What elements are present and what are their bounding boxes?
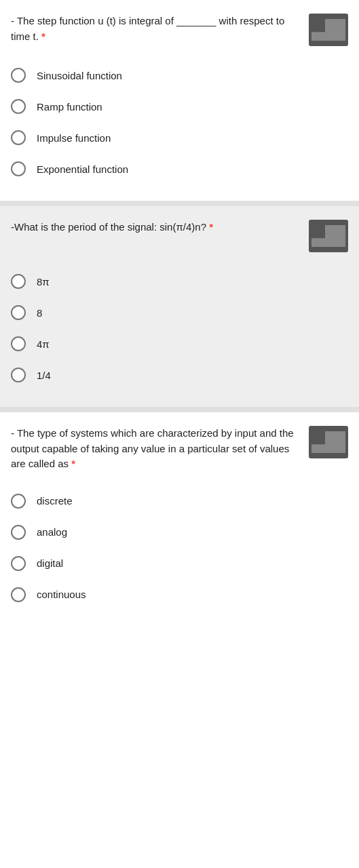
radio-q3o4[interactable]	[11, 587, 26, 602]
option-item-q1o3[interactable]: Impulse function	[11, 122, 348, 153]
option-label-q2o3: 4π	[37, 338, 50, 350]
divider-2	[0, 407, 359, 412]
radio-q2o1[interactable]	[11, 274, 26, 289]
option-label-q3o1: discrete	[37, 495, 73, 507]
radio-inner-q1o4	[15, 165, 22, 172]
option-item-q2o1[interactable]: 8π	[11, 266, 348, 297]
option-label-q1o2: Ramp function	[37, 101, 102, 113]
radio-q1o3[interactable]	[11, 130, 26, 145]
option-item-q1o1[interactable]: Sinusoidal function	[11, 60, 348, 91]
option-item-q1o4[interactable]: Exponential function	[11, 153, 348, 184]
question-text-2: -What is the period of the signal: sin(π…	[11, 220, 309, 235]
option-item-q3o4[interactable]: continuous	[11, 579, 348, 610]
question-image-2	[309, 220, 348, 252]
radio-inner-q3o2	[15, 529, 22, 536]
options-list-1: Sinusoidal function Ramp function Impuls…	[11, 60, 348, 184]
question-text-1: - The step function u (t) is integral of…	[11, 14, 309, 44]
question-block-3: - The type of systems which are characte…	[0, 412, 359, 627]
question-image-3	[309, 426, 348, 458]
radio-q1o1[interactable]	[11, 68, 26, 83]
option-label-q2o4: 1/4	[37, 370, 51, 381]
required-star-1: *	[41, 31, 45, 42]
divider-1	[0, 201, 359, 206]
question-header-3: - The type of systems which are characte…	[11, 426, 348, 472]
option-label-q2o2: 8	[37, 307, 42, 319]
radio-inner-q3o4	[15, 591, 22, 598]
radio-inner-q2o2	[15, 309, 22, 316]
radio-inner-q1o3	[15, 134, 22, 141]
option-label-q1o4: Exponential function	[37, 163, 128, 175]
option-label-q2o1: 8π	[37, 276, 50, 288]
option-item-q1o2[interactable]: Ramp function	[11, 91, 348, 122]
option-item-q2o2[interactable]: 8	[11, 297, 348, 328]
option-item-q3o2[interactable]: analog	[11, 517, 348, 548]
option-label-q1o3: Impulse function	[37, 132, 111, 144]
option-label-q3o4: continuous	[37, 589, 86, 600]
option-item-q3o1[interactable]: discrete	[11, 486, 348, 517]
required-star-3: *	[71, 458, 75, 469]
option-label-q3o3: digital	[37, 557, 63, 569]
options-list-3: discrete analog digital continuous	[11, 486, 348, 610]
option-label-q1o1: Sinusoidal function	[37, 70, 122, 81]
radio-q2o3[interactable]	[11, 336, 26, 351]
radio-inner-q1o1	[15, 72, 22, 79]
radio-inner-q3o3	[15, 560, 22, 567]
quiz-container: - The step function u (t) is integral of…	[0, 0, 359, 627]
option-item-q3o3[interactable]: digital	[11, 548, 348, 579]
question-header-2: -What is the period of the signal: sin(π…	[11, 220, 348, 252]
radio-q1o2[interactable]	[11, 99, 26, 114]
radio-q3o3[interactable]	[11, 556, 26, 571]
question-block-1: - The step function u (t) is integral of…	[0, 0, 359, 201]
radio-inner-q2o1	[15, 278, 22, 285]
question-header-1: - The step function u (t) is integral of…	[11, 14, 348, 46]
radio-inner-q1o2	[15, 103, 22, 110]
radio-q2o4[interactable]	[11, 368, 26, 382]
radio-inner-q2o3	[15, 340, 22, 347]
radio-inner-q3o1	[15, 498, 22, 505]
question-block-2: -What is the period of the signal: sin(π…	[0, 206, 359, 407]
radio-q3o2[interactable]	[11, 525, 26, 540]
radio-q1o4[interactable]	[11, 161, 26, 176]
question-image-1	[309, 14, 348, 46]
options-list-2: 8π 8 4π 1/4	[11, 266, 348, 391]
option-item-q2o4[interactable]: 1/4	[11, 359, 348, 391]
radio-q2o2[interactable]	[11, 305, 26, 320]
required-star-2: *	[209, 221, 213, 233]
question-text-3: - The type of systems which are characte…	[11, 426, 309, 472]
option-item-q2o3[interactable]: 4π	[11, 328, 348, 359]
radio-inner-q2o4	[15, 372, 22, 378]
radio-q3o1[interactable]	[11, 494, 26, 509]
option-label-q3o2: analog	[37, 526, 67, 538]
